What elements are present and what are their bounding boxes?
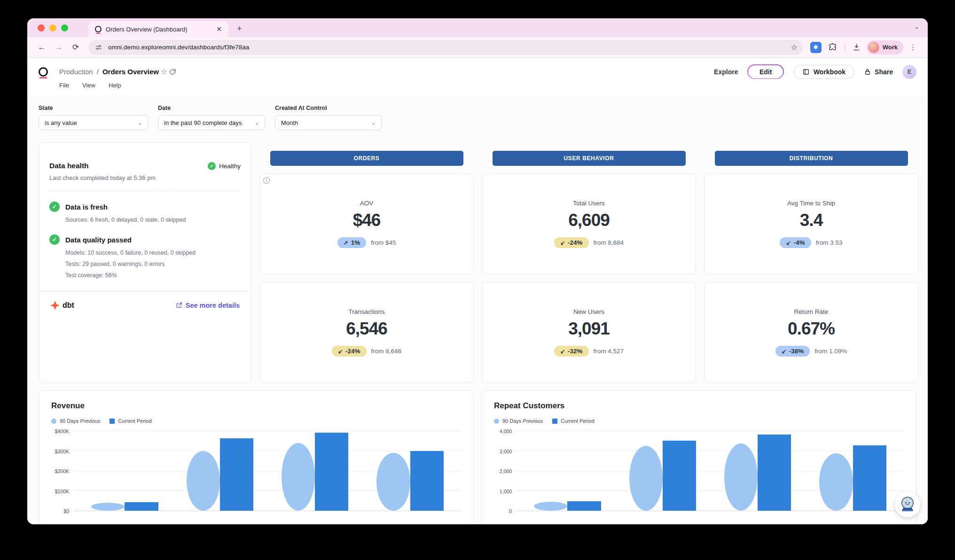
kpi-delta-badge: ↙ -38% [775, 346, 810, 357]
tag-icon[interactable] [169, 68, 177, 76]
section-user-behavior-button[interactable]: USER BEHAVIOR [493, 151, 686, 166]
share-button[interactable]: Share [864, 68, 893, 76]
filter-date: Date in the past 90 complete days⌄ [158, 105, 265, 130]
kpi-delta-badge: ↙ -32% [554, 346, 589, 357]
kpi-from: from 4,527 [594, 348, 624, 355]
kpi-label: Return Rate [794, 308, 829, 315]
browser-menu-kebab-icon[interactable]: ⋮ [906, 40, 920, 54]
edit-button[interactable]: Edit [747, 64, 783, 79]
bar-current-period [663, 441, 696, 511]
repeat-customers-chart-card: Repeat Customers 90 Days Previous Curren… [481, 390, 916, 524]
close-window-button[interactable] [38, 24, 45, 31]
reload-button[interactable]: ⟳ [69, 40, 83, 54]
browser-profile-chip[interactable]: Work [867, 40, 903, 54]
check-icon: ✓ [208, 162, 216, 170]
breadcrumb: Production / Orders Overview [59, 68, 159, 76]
kpi-delta-badge: ↙ -24% [332, 346, 367, 357]
address-bar[interactable]: omni.demo.exploreomni.dev/dashboards/f3f… [88, 40, 803, 55]
tab-title: Orders Overview (Dashboard) [106, 26, 210, 33]
bar-current-period [410, 451, 444, 511]
new-tab-button[interactable]: + [234, 23, 245, 34]
bar-group [534, 431, 601, 511]
favorite-star-icon[interactable]: ☆ [161, 67, 167, 76]
chat-widget-button[interactable] [895, 492, 920, 517]
check-icon: ✓ [49, 202, 60, 212]
toolbar-divider [845, 43, 845, 52]
dashed-divider [49, 191, 241, 191]
fresh-detail: Sources: 6 fresh, 0 delayed, 0 stale, 0 … [65, 217, 241, 223]
dashboard: State is any value⌄ Date in the past 90 … [27, 94, 928, 524]
quality-title: Data quality passed [65, 236, 132, 244]
bar-plot [74, 431, 461, 511]
bar-group [282, 431, 348, 511]
browser-toolbar: ← → ⟳ omni.demo.exploreomni.dev/dashboar… [27, 37, 928, 58]
menu-file[interactable]: File [59, 82, 69, 89]
legend-swatch-previous [494, 419, 499, 424]
kpi-card-return-rate: Return Rate 0.67% ↙ -38% from 1.09% [704, 282, 918, 383]
filter-date-select[interactable]: in the past 90 complete days⌄ [158, 115, 265, 130]
forward-button[interactable]: → [52, 40, 66, 54]
kpi-value: 3.4 [800, 210, 822, 230]
site-info-icon[interactable] [94, 43, 103, 52]
menu-bar: File View Help [59, 82, 916, 92]
y-tick-label: 2,000 [500, 468, 512, 474]
breadcrumb-separator: / [97, 68, 99, 76]
downloads-icon[interactable] [850, 40, 864, 54]
bar-group [376, 431, 443, 511]
models-detail: Models: 10 success, 0 failure, 0 reused,… [65, 249, 241, 256]
menu-help[interactable]: Help [109, 82, 121, 89]
extension-pinned-icon[interactable]: ✱ [809, 40, 823, 54]
check-icon: ✓ [49, 234, 60, 245]
kpi-from: from $45 [371, 239, 396, 246]
snow-globe-mascot-icon [898, 495, 917, 514]
omni-logo-icon[interactable] [39, 67, 48, 77]
section-distribution-button[interactable]: DISTRIBUTION [715, 151, 908, 166]
kpi-label: Transactions [349, 308, 385, 315]
minimize-window-button[interactable] [49, 24, 56, 31]
y-axis: 01,0002,0003,0004,000 [494, 431, 517, 511]
info-icon[interactable]: i [263, 177, 270, 184]
breadcrumb-project[interactable]: Production [59, 68, 93, 76]
kpi-label: Total Users [573, 200, 605, 207]
filter-created-at-label: Created At Control [275, 105, 382, 111]
browser-tab[interactable]: Orders Overview (Dashboard) ✕ [88, 21, 228, 37]
kpi-value: $46 [353, 210, 381, 230]
kpi-delta-badge: ↗ 1% [337, 237, 367, 248]
profile-name: Work [883, 44, 898, 51]
tab-close-icon[interactable]: ✕ [214, 25, 224, 33]
app-header: Production / Orders Overview ☆ Explore E… [27, 58, 928, 94]
kpi-value: 6,546 [346, 319, 387, 339]
menu-view[interactable]: View [82, 82, 95, 89]
back-button[interactable]: ← [35, 40, 49, 54]
lock-icon [864, 68, 871, 76]
bar-90-days-previous [819, 453, 853, 511]
filter-created-at-select[interactable]: Month⌄ [275, 115, 382, 130]
filter-state-select[interactable]: is any value⌄ [39, 115, 148, 130]
tab-search-chevron-icon[interactable]: ⌄ [914, 23, 919, 30]
kpi-card-avg-time-to-ship: Avg Time to Ship 3.4 ↙ -4% from 3.53 [704, 173, 918, 274]
kpi-delta-badge: ↙ -4% [780, 237, 811, 248]
kpi-card-total-users: Total Users 6,609 ↙ -24% from 8,684 [482, 173, 696, 274]
bar-90-days-previous [91, 503, 125, 511]
bookmark-star-icon[interactable]: ☆ [791, 43, 797, 52]
zoom-window-button[interactable] [61, 24, 68, 31]
workbook-button[interactable]: Workbook [793, 65, 854, 79]
y-tick-label: $200K [55, 468, 69, 474]
bar-group [187, 431, 253, 511]
bar-90-days-previous [187, 451, 220, 511]
bar-current-period [125, 502, 158, 511]
chart-legend: 90 Days Previous Current Period [51, 418, 461, 424]
explore-button[interactable]: Explore [714, 68, 738, 76]
bar-current-period [853, 445, 886, 511]
user-avatar[interactable]: E [902, 65, 916, 79]
kpi-value: 0.67% [788, 319, 835, 339]
extensions-puzzle-icon[interactable] [826, 40, 840, 54]
tab-strip: Orders Overview (Dashboard) ✕ + ⌄ [27, 18, 928, 37]
section-orders-button[interactable]: ORDERS [270, 151, 463, 166]
browser-window: Orders Overview (Dashboard) ✕ + ⌄ ← → ⟳ … [27, 18, 928, 524]
y-tick-label: 0 [509, 508, 512, 514]
see-more-details-link[interactable]: See more details [176, 302, 240, 309]
filter-state-label: State [39, 105, 148, 111]
bar-current-period [567, 501, 601, 511]
data-health-card: Data health ✓ Healthy Last check complet… [39, 142, 251, 383]
